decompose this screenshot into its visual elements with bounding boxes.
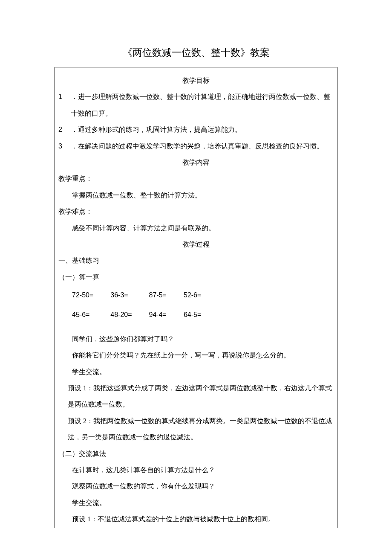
preset-text: 预设 1：我把这些算式分成了两类，左边这两个算式是两位数减整十数，右边这几个算式… <box>58 380 334 413</box>
subsection-2-heading: （二）交流算法 <box>58 446 334 462</box>
page-title: 《两位数减一位数、整十数》教案 <box>55 46 337 59</box>
goal-number: 3 <box>58 138 62 154</box>
preset-text: 预设 2：我把两位数减一位数的算式继续再分成两类。一类是两位数减一位数的不退位减… <box>58 413 334 446</box>
goal-item: 2 ．通过多种形式的练习，巩固计算方法，提高运算能力。 <box>58 122 334 138</box>
goal-text: ．进一步理解两位数减一位数、整十数的计算道理，能正确地进行两位数减一位数、整十数… <box>71 93 330 116</box>
goal-number: 2 <box>58 122 62 138</box>
table-row: 45-6= 48-20= 94-4= 64-5= <box>72 305 218 325</box>
equation-cell: 48-20= <box>110 305 149 325</box>
goal-text: ．在解决问题的过程中激发学习数学的兴趣，培养认真审题、反思检查的良好习惯。 <box>71 142 323 150</box>
goal-number: 1 <box>58 89 62 105</box>
section-heading-goals: 教学目标 <box>58 73 334 89</box>
focus-text: 掌握两位数减一位数、整十数的计算方法。 <box>58 187 334 203</box>
equation-cell: 72-50= <box>72 285 110 305</box>
body-text: 你能将它们分分类吗？先在纸上分一分，写一写，再说说你是怎么分的。 <box>58 347 334 363</box>
body-text: 学生交流。 <box>58 495 334 511</box>
goal-item: 1 ．进一步理解两位数减一位数、整十数的计算道理，能正确地进行两位数减一位数、整… <box>58 89 334 122</box>
body-text: 学生交流。 <box>58 364 334 380</box>
goal-text: ．通过多种形式的练习，巩固计算方法，提高运算能力。 <box>71 126 242 133</box>
equations-table: 72-50= 36-3= 87-5= 52-6= 45-6= 48-20= 94… <box>72 285 218 325</box>
equation-cell: 52-6= <box>184 285 218 305</box>
equation-cell: 36-3= <box>110 285 149 305</box>
section-heading-process: 教学过程 <box>58 236 334 253</box>
body-text: 观察两位数减一位数的算式，你有什么发现吗？ <box>58 478 334 494</box>
focus-label: 教学重点： <box>58 171 334 187</box>
subsection-1-heading: （一）算一算 <box>58 269 334 285</box>
difficulty-label: 教学难点： <box>58 203 334 220</box>
preset-text: 预设 1：不退位减法算式差的十位上的数与被减数十位上的数相同。 <box>58 511 334 527</box>
content-box: 教学目标 1 ．进一步理解两位数减一位数、整十数的计算道理，能正确地进行两位数减… <box>55 67 337 528</box>
goal-item: 3 ．在解决问题的过程中激发学习数学的兴趣，培养认真审题、反思检查的良好习惯。 <box>58 138 334 154</box>
table-row: 72-50= 36-3= 87-5= 52-6= <box>72 285 218 305</box>
section-1-heading: 一、基础练习 <box>58 253 334 269</box>
body-text: 在计算时，这几类计算各自的计算方法是什么？ <box>58 462 334 478</box>
goals-list: 1 ．进一步理解两位数减一位数、整十数的计算道理，能正确地进行两位数减一位数、整… <box>58 89 334 154</box>
section-heading-content: 教学内容 <box>58 154 334 171</box>
equation-cell: 87-5= <box>149 285 184 305</box>
body-text: 同学们，这些题你们都算对了吗？ <box>58 331 334 347</box>
difficulty-text: 感受不同计算内容、计算方法之间是有联系的。 <box>58 220 334 236</box>
equation-cell: 45-6= <box>72 305 110 325</box>
equation-cell: 64-5= <box>184 305 218 325</box>
equation-cell: 94-4= <box>149 305 184 325</box>
